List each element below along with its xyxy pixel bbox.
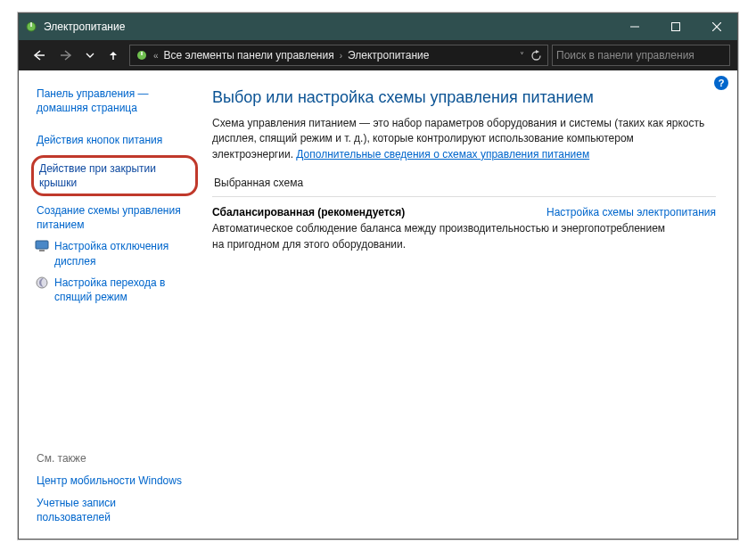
address-bar[interactable]: « Все элементы панели управления › Элект… — [129, 45, 548, 66]
plan-settings-link[interactable]: Настройка схемы электропитания — [546, 206, 716, 218]
power-options-icon — [24, 20, 38, 34]
close-button[interactable] — [696, 13, 737, 40]
history-dropdown[interactable] — [83, 45, 97, 66]
titlebar: Электропитание — [19, 13, 737, 40]
plan-name: Сбалансированная (рекомендуется) — [212, 206, 405, 218]
chevron-right-icon: › — [338, 51, 344, 61]
window: Электропитание — [18, 12, 738, 540]
back-button[interactable] — [26, 45, 51, 66]
power-plan-row: Сбалансированная (рекомендуется) Настрой… — [212, 206, 716, 218]
user-accounts-link[interactable]: Учетные записи пользователей — [37, 492, 193, 528]
selected-plan-label: Выбранная схема — [214, 177, 716, 189]
main-panel: Выбор или настройка схемы управления пит… — [201, 70, 737, 539]
minimize-button[interactable] — [614, 13, 655, 40]
page-description: Схема управления питанием — это набор па… — [212, 116, 716, 162]
navbar: « Все элементы панели управления › Элект… — [19, 40, 737, 70]
display-off-label: Настройка отключения дисплея — [54, 239, 193, 268]
more-info-link[interactable]: Дополнительные сведения о схемах управле… — [296, 148, 589, 161]
window-title: Электропитание — [44, 21, 614, 33]
up-button[interactable] — [101, 45, 126, 66]
plan-description: Автоматическое соблюдение баланса между … — [212, 221, 676, 252]
display-off-settings-link[interactable]: Настройка отключения дисплея — [37, 235, 193, 271]
search-box[interactable] — [552, 45, 730, 66]
sleep-mode-settings-link[interactable]: Настройка перехода в спящий режим — [37, 272, 193, 308]
control-panel-home-link[interactable]: Панель управления — домашняя страница — [37, 83, 193, 119]
monitor-icon — [35, 239, 49, 253]
sleep-mode-label: Настройка перехода в спящий режим — [54, 276, 193, 304]
maximize-button[interactable] — [655, 13, 696, 40]
moon-icon — [35, 276, 49, 290]
control-panel-icon — [134, 47, 150, 63]
svg-rect-10 — [141, 52, 142, 55]
power-buttons-action-link[interactable]: Действия кнопок питания — [37, 129, 193, 151]
breadcrumb-segment[interactable]: Все элементы панели управления — [162, 49, 336, 62]
see-also-label: См. также — [37, 450, 193, 470]
sidebar: Панель управления — домашняя страница Де… — [19, 70, 201, 539]
content-area: ? Панель управления — домашняя страница … — [19, 70, 737, 539]
svg-rect-2 — [630, 27, 639, 28]
page-heading: Выбор или настройка схемы управления пит… — [212, 88, 716, 107]
help-icon[interactable]: ? — [714, 76, 728, 90]
highlighted-lid-action: Действие при закрытии крышки — [31, 155, 198, 196]
svg-rect-12 — [39, 250, 45, 251]
breadcrumb-segment[interactable]: Электропитание — [346, 49, 431, 62]
svg-rect-1 — [30, 22, 31, 27]
lid-close-action-link[interactable]: Действие при закрытии крышки — [39, 161, 188, 190]
create-power-plan-link[interactable]: Создание схемы управления питанием — [37, 200, 193, 235]
forward-button[interactable] — [54, 45, 79, 66]
chevron-left-icon: « — [152, 51, 160, 61]
svg-rect-11 — [36, 241, 48, 249]
svg-rect-3 — [672, 23, 680, 31]
search-input[interactable] — [556, 49, 726, 62]
refresh-icon[interactable] — [528, 47, 544, 63]
address-dropdown[interactable]: ˅ — [518, 51, 526, 61]
mobility-center-link[interactable]: Центр мобильности Windows — [37, 470, 193, 491]
